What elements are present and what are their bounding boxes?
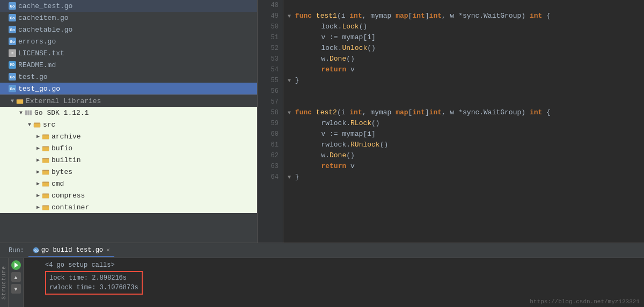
line-numbers: 48 49 50 51 52 53 54 55 56 57 58 59 60 6…	[258, 0, 283, 243]
code-line-50: lock.Lock()	[288, 21, 640, 32]
code-editor: 48 49 50 51 52 53 54 55 56 57 58 59 60 6…	[258, 0, 644, 243]
sdk-icon	[25, 109, 32, 116]
sidebar-item-label: cachetable.go	[18, 26, 72, 34]
sidebar-item-cacheitem[interactable]: Go cacheitem.go	[0, 12, 257, 24]
bufio-folder-icon	[42, 144, 49, 152]
sidebar-item-cache-test[interactable]: Go cache_test.go	[0, 0, 257, 12]
external-libs-label: External Libraries	[26, 97, 101, 105]
cmd-label: cmd	[52, 180, 64, 188]
builtin-folder-icon	[42, 156, 49, 164]
scroll-up-button[interactable]: ▲	[11, 272, 21, 282]
sidebar-item-readme[interactable]: MD README.md	[0, 59, 257, 71]
code-line-54: return v	[288, 64, 640, 75]
output-line-setup: <4 go setup calls>	[45, 260, 640, 270]
sidebar-item-archive[interactable]: ▶ archive	[0, 130, 257, 142]
go-file-icon: Go	[9, 85, 16, 92]
code-line-57	[288, 97, 640, 107]
run-controls: ▲ ▼	[9, 258, 24, 307]
chevron-down-icon: ▼	[17, 109, 25, 116]
chevron-right-icon: ▶	[34, 133, 42, 140]
folder-icon	[16, 97, 24, 105]
tab-label: go build test.go	[41, 246, 103, 254]
run-label: Run:	[4, 247, 28, 254]
svg-rect-6	[34, 123, 40, 127]
chevron-right-icon: ▶	[34, 156, 42, 164]
svg-rect-12	[42, 159, 49, 163]
svg-rect-16	[42, 182, 49, 186]
lock-time-output: lock time: 2.898216s rwlock time: 3.1076…	[45, 271, 143, 295]
sidebar-item-label: test.go	[18, 73, 48, 81]
code-line-64: ▼ }	[288, 172, 640, 182]
output-area: <4 go setup calls> lock time: 2.898216s …	[24, 258, 644, 307]
code-line-56	[288, 86, 640, 97]
compress-label: compress	[52, 192, 85, 200]
code-line-53: w.Done()	[288, 54, 640, 64]
go-file-icon: Go	[9, 2, 16, 10]
go-run-icon: Go	[33, 247, 39, 253]
svg-rect-14	[42, 171, 49, 174]
go-file-icon: Go	[9, 14, 16, 21]
code-line-58: ▼ func test2(i int, mymap map[int]int, w…	[288, 107, 640, 118]
code-line-51: v := mymap[i]	[288, 32, 640, 43]
sidebar-item-compress[interactable]: ▶ compress	[0, 189, 257, 201]
chevron-right-icon: ▶	[34, 192, 42, 199]
sidebar-item-license[interactable]: ≡ LICENSE.txt	[0, 47, 257, 59]
md-file-icon: MD	[9, 61, 16, 69]
chevron-right-icon: ▶	[34, 144, 42, 152]
scroll-down-button[interactable]: ▼	[11, 284, 21, 294]
sidebar-item-container[interactable]: ▶ container	[0, 201, 257, 213]
bytes-label: bytes	[52, 168, 72, 176]
code-line-63: return v	[288, 161, 640, 172]
svg-rect-8	[42, 135, 49, 139]
builtin-label: builtin	[52, 156, 81, 164]
structure-label: Structure	[1, 266, 7, 299]
sidebar-item-label: LICENSE.txt	[18, 49, 64, 57]
txt-file-icon: ≡	[9, 49, 16, 57]
tab-go-build[interactable]: Go go build test.go ✕	[28, 244, 114, 257]
bufio-label: bufio	[52, 144, 72, 152]
lock-time-line: lock time: 2.898216s	[49, 273, 138, 283]
sidebar-item-external-libs[interactable]: ▼ External Libraries	[0, 95, 257, 107]
highlighted-output-block: lock time: 2.898216s rwlock time: 3.1076…	[45, 271, 640, 295]
svg-rect-3	[27, 111, 30, 115]
chevron-right-icon: ▶	[34, 180, 42, 187]
chevron-right-icon: ▶	[34, 168, 42, 176]
cmd-folder-icon	[42, 180, 49, 187]
sidebar-item-sdk[interactable]: ▼ Go SDK 1.12.1	[0, 107, 257, 119]
sidebar-item-label: README.md	[18, 61, 56, 69]
chevron-down-icon: ▼	[9, 97, 16, 105]
svg-rect-10	[42, 147, 49, 151]
container-folder-icon	[42, 203, 49, 211]
svg-text:Go: Go	[34, 248, 39, 253]
sidebar-item-cmd[interactable]: ▶ cmd	[0, 178, 257, 189]
sidebar-item-cachetable[interactable]: Go cachetable.go	[0, 24, 257, 35]
sidebar-item-bytes[interactable]: ▶ bytes	[0, 166, 257, 178]
tab-close-icon[interactable]: ✕	[106, 246, 110, 253]
bottom-content-wrapper: Structure ▲ ▼ <4 go setup calls> lock ti…	[0, 258, 644, 307]
sdk-label: Go SDK 1.12.1	[34, 109, 89, 117]
sidebar-item-src[interactable]: ▼ src	[0, 119, 257, 130]
sidebar-item-errors[interactable]: Go errors.go	[0, 35, 257, 47]
go-file-icon: Go	[9, 73, 16, 81]
main-area: Go cache_test.go Go cacheitem.go Go cach…	[0, 0, 644, 243]
svg-rect-2	[25, 111, 27, 115]
svg-rect-4	[30, 111, 32, 115]
sidebar-item-test[interactable]: Go test.go	[0, 71, 257, 83]
bottom-tabs: Run: Go go build test.go ✕	[0, 243, 644, 258]
sidebar: Go cache_test.go Go cacheitem.go Go cach…	[0, 0, 258, 243]
sidebar-item-builtin[interactable]: ▶ builtin	[0, 154, 257, 166]
archive-label: archive	[52, 133, 81, 141]
run-button[interactable]	[11, 260, 21, 270]
container-label: container	[52, 203, 89, 211]
sidebar-item-bufio[interactable]: ▶ bufio	[0, 142, 257, 154]
sidebar-item-test-go[interactable]: Go test_go.go	[0, 83, 257, 94]
play-icon	[14, 262, 18, 268]
code-line-52: lock.Unlock()	[288, 43, 640, 54]
output-lines: <4 go setup calls> lock time: 2.898216s …	[45, 260, 640, 295]
code-content[interactable]: ▼ func test1(i int, mymap map[int]int, w…	[283, 0, 644, 243]
go-file-icon: Go	[9, 26, 16, 33]
sidebar-item-label: errors.go	[18, 38, 56, 46]
code-line-60: v := mymap[i]	[288, 129, 640, 140]
archive-folder-icon	[42, 133, 49, 140]
src-label: src	[43, 121, 55, 129]
